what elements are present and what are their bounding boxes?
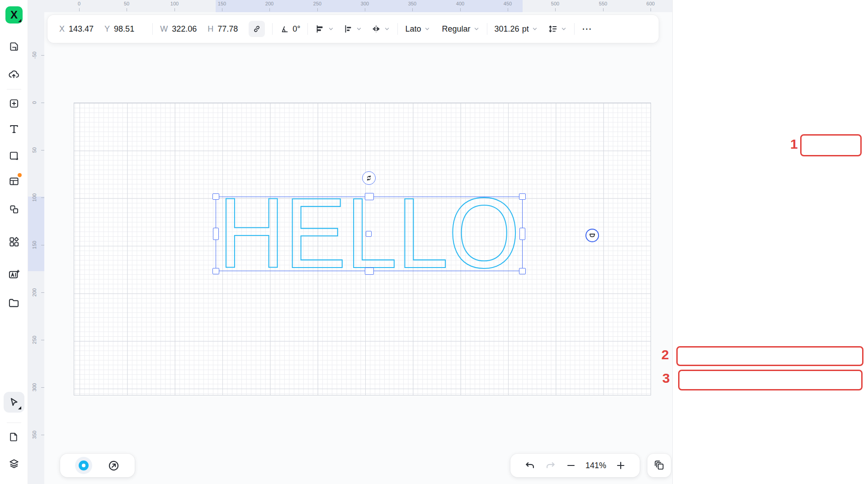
x-position-field[interactable]: X 143.47 xyxy=(59,24,94,34)
flip-horizontal-icon xyxy=(371,24,381,34)
h-label: H xyxy=(208,24,213,34)
y-position-field[interactable]: Y 98.51 xyxy=(104,24,134,34)
resize-handle-s[interactable] xyxy=(365,268,374,275)
ruler-tick-label: 200 xyxy=(32,287,37,298)
width-field[interactable]: W 322.06 xyxy=(160,24,197,34)
h-value[interactable]: 77.78 xyxy=(217,24,238,34)
pages-button[interactable] xyxy=(4,426,24,447)
chevron-down-icon xyxy=(424,26,430,32)
chevron-down-icon xyxy=(532,26,538,32)
select-tool-button[interactable] xyxy=(4,392,24,413)
jog-to-position-button[interactable] xyxy=(108,460,120,472)
template-icon xyxy=(8,175,20,187)
laser-head-indicator[interactable] xyxy=(585,229,599,242)
folder-icon xyxy=(8,297,20,309)
layers-button[interactable] xyxy=(4,453,24,474)
redo-button[interactable] xyxy=(545,460,557,471)
w-label: W xyxy=(160,24,168,34)
ai-icon xyxy=(8,268,20,281)
font-size-value[interactable]: 301.26 xyxy=(495,24,519,34)
ruler-tick-label: -50 xyxy=(32,50,37,61)
new-canvas-button[interactable] xyxy=(4,93,24,114)
ruler-tick-label: 150 xyxy=(32,240,37,250)
rotate-handle[interactable] xyxy=(362,171,376,185)
annotation-number-2: 2 xyxy=(661,347,669,362)
cloud-upload-button[interactable] xyxy=(4,64,24,85)
line-spacing-dropdown[interactable] xyxy=(548,24,567,34)
chevron-down-icon xyxy=(561,26,567,32)
text-tool-icon xyxy=(8,123,20,135)
angle-icon xyxy=(280,24,290,34)
font-style-dropdown[interactable]: Regular xyxy=(442,24,480,34)
ruler-vertical: -50 0 50 100 150 200 250 300 350 xyxy=(28,12,44,484)
resize-handle-se[interactable] xyxy=(519,268,526,274)
font-family-value: Lato xyxy=(405,24,421,34)
notification-dot xyxy=(18,173,22,177)
left-sidebar: X xyxy=(0,0,28,484)
font-size-unit: pt xyxy=(522,24,529,34)
arrange-icon xyxy=(315,24,325,34)
save-button[interactable] xyxy=(4,36,24,57)
ruler-tick-label: 100 xyxy=(170,1,179,6)
y-label: Y xyxy=(104,24,110,34)
font-family-dropdown[interactable]: Lato xyxy=(405,24,430,34)
ruler-tick-label: 100 xyxy=(32,192,37,203)
flip-dropdown[interactable] xyxy=(371,24,390,34)
zoom-level-value[interactable]: 141% xyxy=(585,461,606,470)
template-button[interactable] xyxy=(4,171,24,192)
resize-handle-w[interactable] xyxy=(213,228,219,240)
y-value[interactable]: 98.51 xyxy=(114,24,134,34)
resize-handle-nw[interactable] xyxy=(212,193,219,200)
chevron-down-icon xyxy=(356,26,362,32)
camera-view-toggle[interactable] xyxy=(75,457,92,474)
laser-head-icon xyxy=(588,231,596,240)
ruler-tick-label: 550 xyxy=(599,1,607,6)
ruler-tick-label: 200 xyxy=(265,1,274,6)
ruler-tick-label: 600 xyxy=(646,1,655,6)
font-size-dropdown[interactable]: 301.26 pt xyxy=(495,24,538,34)
resize-handle-e[interactable] xyxy=(519,228,525,240)
duplicate-button[interactable] xyxy=(647,454,671,477)
projects-folder-button[interactable] xyxy=(4,292,24,313)
font-style-value: Regular xyxy=(442,24,471,34)
ruler-tick-label: 0 xyxy=(78,1,80,6)
apps-button[interactable] xyxy=(4,231,24,252)
x-value[interactable]: 143.47 xyxy=(69,24,94,34)
rotation-field[interactable]: 0° xyxy=(280,24,300,34)
ruler-selection-highlight-x xyxy=(216,0,523,12)
center-anchor-handle[interactable] xyxy=(366,231,372,237)
zoom-out-button[interactable] xyxy=(566,460,576,471)
ruler-tick-label: 350 xyxy=(32,429,37,440)
processing-panel xyxy=(672,0,868,484)
ruler-horizontal: 0 50 100 150 200 250 300 350 400 450 500… xyxy=(28,0,672,12)
w-value[interactable]: 322.06 xyxy=(172,24,197,34)
cloud-upload-icon xyxy=(8,68,20,80)
annotation-number-1: 1 xyxy=(790,136,798,152)
lock-aspect-ratio-button[interactable] xyxy=(249,21,265,37)
align-dropdown[interactable] xyxy=(343,24,362,34)
rotate-icon xyxy=(365,174,373,182)
zoom-in-button[interactable] xyxy=(615,460,626,471)
app-logo[interactable]: X xyxy=(5,6,23,23)
save-icon xyxy=(8,41,20,52)
height-field[interactable]: H 77.78 xyxy=(208,24,238,34)
resize-handle-ne[interactable] xyxy=(519,193,526,200)
ruler-tick-label: 150 xyxy=(218,1,226,6)
angle-value[interactable]: 0° xyxy=(292,24,300,34)
undo-button[interactable] xyxy=(524,460,536,471)
ai-tools-button[interactable] xyxy=(4,264,24,285)
more-options-button[interactable]: ⋯ xyxy=(582,23,593,35)
ruler-tick-label: 500 xyxy=(551,1,559,6)
resize-handle-n[interactable] xyxy=(365,193,374,200)
arrange-dropdown[interactable] xyxy=(315,24,334,34)
overlapping-shapes-icon xyxy=(8,203,20,215)
ruler-tick-label: 50 xyxy=(124,1,129,6)
ruler-tick-label: 350 xyxy=(408,1,416,6)
shape-tool-button[interactable] xyxy=(4,146,24,166)
apps-grid-icon xyxy=(8,236,20,248)
resize-handle-sw[interactable] xyxy=(212,268,219,274)
copies-icon xyxy=(653,460,665,471)
vector-shapes-button[interactable] xyxy=(4,199,24,220)
text-tool-button[interactable] xyxy=(4,118,24,139)
ruler-tick-label: 400 xyxy=(456,1,464,6)
